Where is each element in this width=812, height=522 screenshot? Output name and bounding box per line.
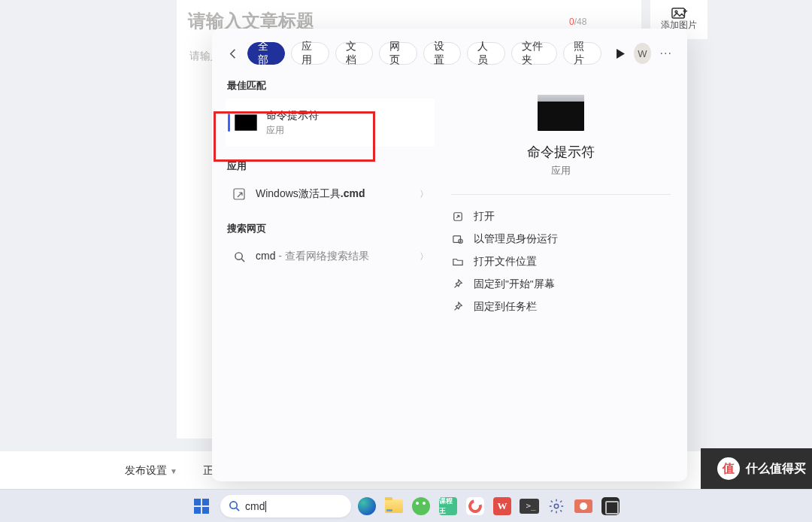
search-icon (230, 251, 248, 263)
edge-icon (358, 497, 376, 515)
action-run-admin[interactable]: 以管理员身份运行 (451, 228, 671, 250)
brand-logo-icon: 值 (717, 457, 740, 480)
app-result-item[interactable]: Windows激活工具.cmd 〉 (226, 179, 435, 209)
taskbar-search-input[interactable]: cmd (220, 495, 351, 517)
publish-settings-link[interactable]: 发布设置▼ (125, 464, 177, 478)
taskbar-wps[interactable]: W (491, 495, 514, 517)
cmd-icon (235, 114, 257, 131)
svg-point-5 (235, 252, 241, 259)
wps-icon: W (493, 497, 511, 515)
search-value: cmd (245, 500, 265, 512)
folder-icon (385, 499, 403, 513)
best-match-subtitle: 应用 (266, 124, 319, 137)
green-app-icon: 课程王 (439, 497, 457, 515)
windows-search-panel: 全部 应用 文档 网页 设置 人员 文件夹 照片 W ··· 最佳匹配 命令提示… (212, 29, 687, 481)
pin-icon (451, 302, 465, 312)
action-pin-taskbar[interactable]: 固定到任务栏 (451, 296, 671, 318)
search-header: 全部 应用 文档 网页 设置 人员 文件夹 照片 W ··· (212, 29, 687, 75)
open-icon (451, 211, 465, 222)
svg-point-12 (554, 504, 559, 508)
image-plus-icon (671, 8, 686, 18)
taskbar-explorer[interactable] (383, 495, 405, 517)
action-pin-start[interactable]: 固定到"开始"屏幕 (451, 273, 671, 296)
taskbar-app-green[interactable]: 课程王 (437, 495, 459, 517)
taskbar-dark-app[interactable] (599, 495, 622, 517)
tab-folders[interactable]: 文件夹 (511, 42, 558, 65)
action-open-location[interactable]: 打开文件位置 (451, 250, 671, 273)
taskbar-app-red[interactable] (464, 495, 486, 517)
char-counter: 0/48 (569, 17, 586, 27)
results-list: 最佳匹配 命令提示符 应用 应用 Windows激活工具.cmd 〉 搜索网页 (212, 75, 435, 481)
tab-people[interactable]: 人员 (467, 42, 504, 65)
preview-app-icon (538, 95, 584, 131)
tab-settings[interactable]: 设置 (423, 42, 461, 65)
best-match-item[interactable]: 命令提示符 应用 (226, 99, 435, 147)
taskbar-settings[interactable] (545, 495, 568, 517)
web-result-item[interactable]: cmd - 查看网络搜索结果 〉 (226, 241, 435, 272)
selection-indicator (228, 114, 230, 132)
user-avatar[interactable]: W (634, 43, 650, 64)
divider (451, 194, 671, 195)
preview-pane: 命令提示符 应用 打开 以管理员身份运行 打开文件位置 固定到"开始"屏幕 固 (435, 75, 687, 481)
admin-icon (451, 234, 465, 244)
more-icon[interactable]: ··· (657, 47, 675, 60)
svg-line-11 (236, 508, 239, 511)
tab-documents[interactable]: 文档 (335, 42, 373, 65)
brand-text: 什么值得买 (746, 461, 806, 477)
taskbar-wechat[interactable] (410, 495, 432, 517)
best-match-title: 命令提示符 (266, 109, 319, 123)
taskbar-edge[interactable] (356, 495, 378, 517)
svg-line-6 (241, 259, 244, 262)
folder-icon (451, 256, 465, 267)
taskbar-camera[interactable] (572, 495, 595, 517)
preview-subtitle: 应用 (451, 164, 671, 178)
section-apps: 应用 (227, 160, 435, 173)
pin-icon (451, 279, 465, 290)
svg-rect-4 (234, 189, 244, 199)
terminal-icon: >_ (520, 499, 539, 514)
section-web: 搜索网页 (227, 223, 435, 235)
tab-all[interactable]: 全部 (247, 42, 285, 65)
play-icon[interactable] (614, 49, 628, 59)
gear-icon (548, 498, 565, 514)
chevron-right-icon: 〉 (420, 250, 429, 263)
camera-icon (574, 499, 592, 513)
shortcut-icon (230, 188, 248, 200)
wechat-icon (412, 497, 430, 515)
svg-point-10 (230, 502, 237, 508)
start-button[interactable] (190, 495, 213, 517)
brand-watermark: 值 什么值得买 (701, 448, 812, 489)
section-best-match: 最佳匹配 (227, 80, 435, 93)
chevron-right-icon: 〉 (420, 188, 429, 201)
action-open[interactable]: 打开 (451, 205, 671, 228)
red-swirl-icon (466, 497, 484, 515)
windows-logo-icon (194, 499, 209, 514)
search-icon (229, 500, 240, 511)
back-button[interactable] (226, 44, 241, 63)
tab-web[interactable]: 网页 (379, 42, 417, 65)
dark-app-icon (601, 497, 620, 515)
windows-taskbar: cmd 课程王 W >_ (0, 489, 812, 522)
tab-apps[interactable]: 应用 (291, 42, 329, 65)
tab-photos[interactable]: 照片 (563, 42, 601, 65)
preview-title: 命令提示符 (451, 143, 671, 161)
taskbar-terminal[interactable]: >_ (518, 495, 541, 517)
